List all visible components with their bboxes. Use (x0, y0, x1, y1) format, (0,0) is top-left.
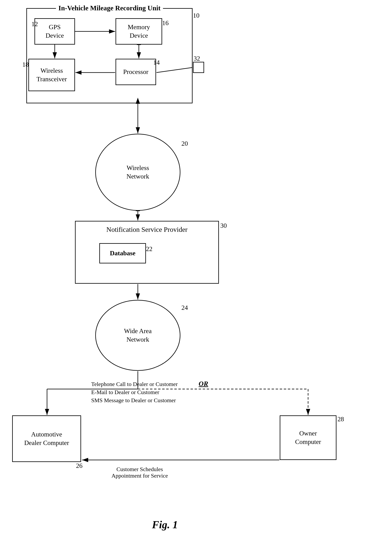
appointment-label: Customer SchedulesAppointment for Servic… (111, 466, 168, 479)
processor-box: Processor (116, 59, 156, 85)
wan-ellipse: Wide AreaNetwork (95, 300, 180, 371)
ref-22: 22 (146, 245, 152, 253)
wireless-transceiver-label: WirelessTransceiver (36, 66, 67, 83)
ref-10: 10 (193, 12, 199, 19)
owner-computer-box: OwnerComputer (280, 415, 337, 460)
or-label: OR (199, 380, 208, 388)
ref-26: 26 (76, 462, 82, 470)
gps-device-label: GPSDevice (45, 23, 64, 40)
memory-device-box: MemoryDevice (116, 18, 162, 45)
ref-28: 28 (337, 415, 344, 423)
outer-box-title: In-Vehicle Mileage Recording Unit (56, 4, 163, 12)
dealer-computer-label: AutomotiveDealer Computer (24, 430, 69, 447)
owner-computer-label: OwnerComputer (295, 429, 321, 446)
ref-32: 32 (194, 55, 200, 62)
processor-label: Processor (123, 68, 148, 76)
wireless-network-label: WirelessNetwork (126, 164, 149, 180)
wireless-network-ellipse: WirelessNetwork (95, 134, 180, 211)
notification-line2: E-Mail to Dealer or Customer (91, 389, 159, 395)
ref-20: 20 (181, 140, 188, 147)
ref-16: 16 (162, 19, 169, 27)
gps-device-box: GPSDevice (35, 18, 75, 45)
ref-30: 30 (220, 222, 227, 229)
memory-device-label: MemoryDevice (128, 23, 150, 40)
ref-24: 24 (181, 304, 188, 311)
notification-line3: SMS Message to Dealer or Customer (91, 397, 176, 404)
database-box: Database (99, 243, 146, 263)
small-box-32 (193, 62, 204, 73)
ref-18: 18 (22, 61, 29, 68)
wan-label: Wide AreaNetwork (124, 327, 152, 344)
diagram-container: In-Vehicle Mileage Recording Unit GPSDev… (0, 0, 392, 540)
ref-12: 12 (31, 20, 38, 28)
nsp-label: Notification Service Provider (75, 225, 218, 234)
wireless-transceiver-box: WirelessTransceiver (28, 59, 75, 91)
fig-label: Fig. 1 (152, 519, 178, 531)
database-label: Database (110, 249, 136, 258)
notification-line1: Telephone Call to Dealer or Customer (91, 381, 178, 387)
ref-14: 14 (153, 59, 160, 66)
dealer-computer-box: AutomotiveDealer Computer (12, 415, 81, 462)
